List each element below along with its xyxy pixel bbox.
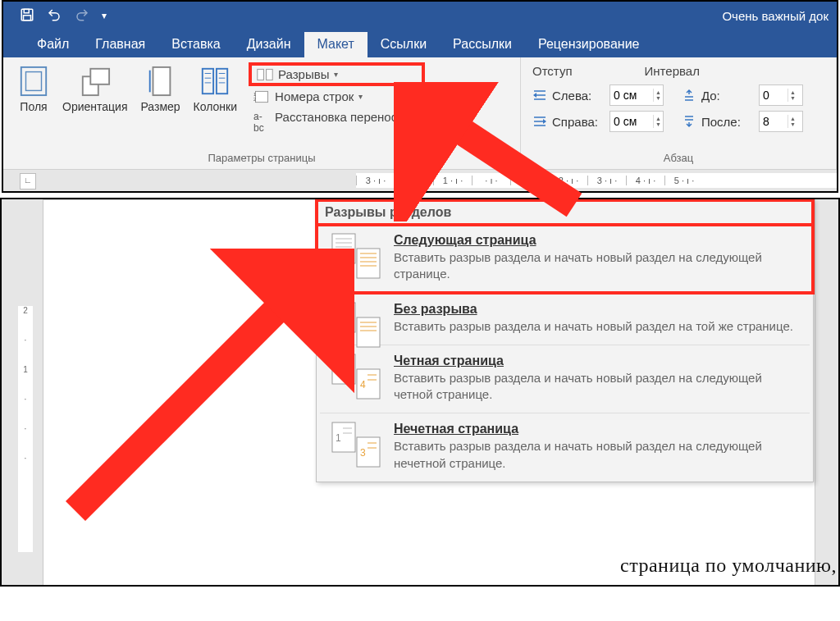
svg-text:2: 2: [253, 97, 256, 102]
tab-review[interactable]: Рецензирование: [525, 32, 653, 57]
ribbon-tabs: Файл Главная Вставка Дизайн Макет Ссылки…: [3, 30, 837, 57]
tab-mailings[interactable]: Рассылки: [440, 32, 525, 57]
indent-heading: Отступ: [532, 64, 573, 78]
spacing-before-icon: [682, 89, 696, 102]
indent-left-icon: [532, 89, 547, 102]
chevron-down-icon: ▾: [334, 70, 338, 79]
document-title: Очень важный док: [722, 9, 837, 23]
breaks-button[interactable]: Разрывы ▾: [250, 64, 423, 84]
svg-rect-19: [256, 91, 268, 102]
dropdown-item-odd-page[interactable]: 1 3 Нечетная страница Вставить разрыв ра…: [317, 413, 813, 482]
svg-rect-4: [26, 72, 42, 91]
tab-layout[interactable]: Макет: [304, 32, 368, 57]
svg-rect-1: [24, 9, 29, 13]
svg-rect-17: [258, 69, 264, 80]
indent-right-input[interactable]: ▲▼: [609, 111, 664, 132]
dropdown-section-header: Разрывы разделов: [317, 200, 813, 225]
indent-left-input[interactable]: ▲▼: [609, 84, 664, 106]
qat-customize-icon[interactable]: ▾: [102, 10, 107, 21]
margins-button[interactable]: Поля: [11, 61, 56, 150]
spacing-before-input[interactable]: ▲▼: [759, 84, 803, 106]
tab-design[interactable]: Дизайн: [234, 32, 304, 57]
svg-rect-7: [153, 67, 170, 95]
group-label-page-setup: Параметры страницы: [11, 150, 512, 167]
svg-text:3: 3: [360, 447, 366, 459]
document-body-text: страница по умолчанию,: [620, 555, 837, 577]
spacing-controls: До: ▲▼ После: ▲▼: [682, 80, 803, 132]
svg-text:4: 4: [360, 379, 366, 390]
spacing-after-input[interactable]: ▲▼: [759, 111, 803, 132]
breaks-dropdown: Разрывы разделов Следующая страница Вста…: [316, 199, 814, 482]
columns-button[interactable]: Колонки: [187, 61, 244, 150]
undo-icon[interactable]: [46, 7, 62, 25]
svg-rect-26: [357, 249, 380, 278]
svg-rect-22: [332, 234, 355, 263]
dropdown-item-next-page[interactable]: Следующая страница Вставить разрыв разде…: [317, 225, 813, 293]
redo-icon[interactable]: [74, 7, 90, 25]
svg-text:2: 2: [336, 364, 341, 376]
svg-rect-10: [217, 69, 227, 94]
save-icon[interactable]: [20, 7, 34, 25]
svg-rect-2: [24, 15, 31, 20]
dropdown-item-even-page[interactable]: 2 4 Четная страница Вставить разрыв разд…: [317, 345, 813, 413]
tab-file[interactable]: Файл: [24, 32, 82, 57]
size-button[interactable]: Размер: [134, 61, 186, 150]
dropdown-item-continuous[interactable]: Без разрыва Вставить разрыв раздела и на…: [317, 294, 813, 345]
group-label-paragraph: Абзац: [529, 150, 828, 167]
svg-text:1: 1: [336, 432, 341, 444]
hyphenation-button[interactable]: a-bc Расстановка переносов ▾: [250, 108, 423, 126]
svg-rect-6: [90, 69, 109, 84]
vertical-ruler[interactable]: 2·1···: [18, 306, 33, 552]
line-numbers-button[interactable]: 12 Номера строк ▾: [250, 88, 423, 105]
indent-right-icon: [532, 115, 547, 128]
tab-home[interactable]: Главная: [82, 32, 158, 57]
horizontal-ruler[interactable]: 3 · ı · 2 · ı · 1 · ı · · ı · 1 · ı · 2 …: [356, 173, 837, 188]
tab-references[interactable]: Ссылки: [368, 32, 440, 57]
tab-insert[interactable]: Вставка: [158, 32, 233, 57]
spacing-after-icon: [682, 115, 696, 128]
svg-rect-9: [203, 69, 213, 94]
chevron-down-icon: ▾: [416, 112, 420, 121]
ruler-corner[interactable]: ∟: [20, 173, 36, 189]
indent-controls: Слева: ▲▼ Справа: ▲▼: [532, 80, 664, 132]
orientation-button[interactable]: Ориентация: [56, 61, 134, 150]
chevron-down-icon: ▾: [358, 92, 363, 101]
svg-rect-36: [357, 317, 380, 347]
spacing-heading: Интервал: [645, 64, 700, 78]
svg-rect-31: [332, 303, 355, 332]
svg-rect-18: [267, 69, 273, 80]
